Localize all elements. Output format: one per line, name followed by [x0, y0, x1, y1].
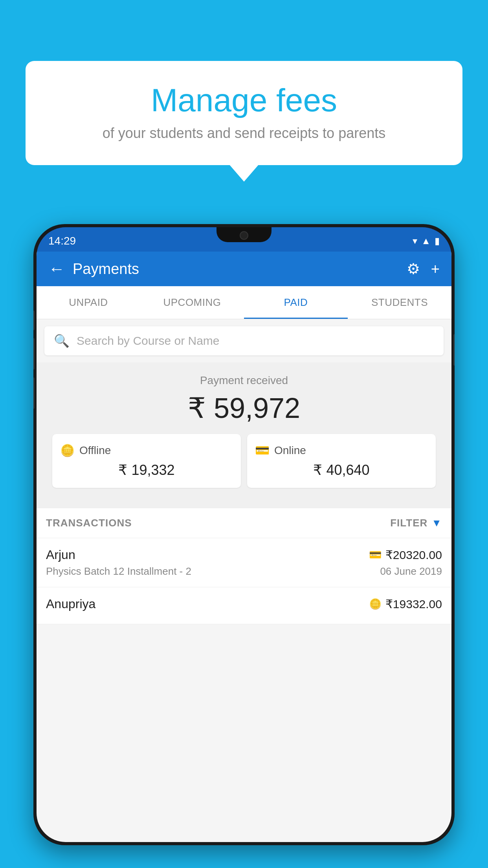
app-screen: ← Payments ⚙ + UNPAID UPCOMING PAID [37, 252, 451, 842]
volume-silent-button [33, 311, 35, 330]
settings-icon[interactable]: ⚙ [407, 260, 420, 278]
volume-up-button [33, 338, 35, 370]
tab-paid[interactable]: PAID [244, 286, 348, 319]
notch [216, 227, 272, 242]
card-payment-icon: 💳 [369, 549, 382, 561]
volume-down-button [33, 377, 35, 409]
transaction-bottom-row: Physics Batch 12 Installment - 2 06 June… [46, 565, 442, 577]
transaction-desc: Physics Batch 12 Installment - 2 [46, 565, 191, 577]
tabs: UNPAID UPCOMING PAID STUDENTS [37, 286, 451, 319]
filter-button[interactable]: FILTER ▼ [390, 517, 442, 529]
wifi-icon: ▾ [413, 235, 417, 246]
status-time: 14:29 [48, 235, 76, 247]
transaction-amount-value: ₹19332.00 [385, 597, 442, 611]
power-button [453, 334, 455, 366]
table-row[interactable]: Arjun 💳 ₹20320.00 Physics Batch 12 Insta… [37, 538, 451, 587]
filter-icon: ▼ [431, 517, 442, 529]
transaction-amount-value: ₹20320.00 [385, 548, 442, 562]
table-row[interactable]: Anupriya 🪙 ₹19332.00 [37, 587, 451, 624]
back-button[interactable]: ← [48, 259, 65, 278]
transactions-label: TRANSACTIONS [46, 517, 132, 529]
online-payment-card: 💳 Online ₹ 40,640 [247, 434, 436, 488]
transaction-date: 06 June 2019 [380, 565, 442, 577]
signal-icon: ▲ [421, 235, 431, 246]
offline-label: Offline [79, 444, 111, 457]
offline-card-header: 🪙 Offline [60, 443, 233, 457]
tab-unpaid[interactable]: UNPAID [37, 286, 140, 319]
transaction-amount: 🪙 ₹19332.00 [369, 597, 442, 611]
cash-payment-icon: 🪙 [369, 598, 382, 610]
phone-frame: 14:29 ▾ ▲ ▮ ← Payments ⚙ + UNPAID [33, 224, 455, 845]
battery-icon: ▮ [435, 235, 440, 246]
payment-received-label: Payment received [44, 374, 444, 387]
phone-inner: 14:29 ▾ ▲ ▮ ← Payments ⚙ + UNPAID [37, 227, 451, 842]
bubble-title: Manage fees [49, 83, 439, 118]
tab-students[interactable]: STUDENTS [348, 286, 451, 319]
filter-label: FILTER [390, 517, 427, 529]
transaction-amount: 💳 ₹20320.00 [369, 548, 442, 562]
transactions-header: TRANSACTIONS FILTER ▼ [37, 508, 451, 538]
transaction-top-row: Arjun 💳 ₹20320.00 [46, 548, 442, 562]
payment-amount: ₹ 59,972 [44, 392, 444, 425]
header-actions: ⚙ + [407, 260, 440, 278]
payment-received-section: Payment received ₹ 59,972 🪙 Offline ₹ 19… [37, 362, 451, 508]
tab-upcoming[interactable]: UPCOMING [140, 286, 244, 319]
offline-payment-card: 🪙 Offline ₹ 19,332 [52, 434, 241, 488]
offline-icon: 🪙 [60, 443, 75, 457]
transaction-top-row: Anupriya 🪙 ₹19332.00 [46, 597, 442, 611]
page-title: Payments [73, 261, 407, 278]
bubble-subtitle: of your students and send receipts to pa… [49, 125, 439, 142]
speech-bubble: Manage fees of your students and send re… [26, 61, 462, 165]
payment-cards: 🪙 Offline ₹ 19,332 💳 Online ₹ 40,640 [44, 434, 444, 497]
speech-bubble-container: Manage fees of your students and send re… [26, 61, 462, 165]
app-header: ← Payments ⚙ + [37, 252, 451, 286]
search-placeholder: Search by Course or Name [77, 334, 220, 348]
transaction-name: Anupriya [46, 597, 95, 611]
offline-amount: ₹ 19,332 [60, 462, 233, 478]
search-bar[interactable]: 🔍 Search by Course or Name [44, 326, 444, 355]
camera [240, 231, 248, 240]
online-card-header: 💳 Online [255, 443, 428, 457]
add-icon[interactable]: + [431, 261, 440, 278]
online-label: Online [274, 444, 306, 457]
online-amount: ₹ 40,640 [255, 462, 428, 478]
online-icon: 💳 [255, 443, 270, 457]
transaction-name: Arjun [46, 548, 75, 562]
search-icon: 🔍 [54, 333, 70, 348]
status-icons: ▾ ▲ ▮ [413, 235, 440, 246]
